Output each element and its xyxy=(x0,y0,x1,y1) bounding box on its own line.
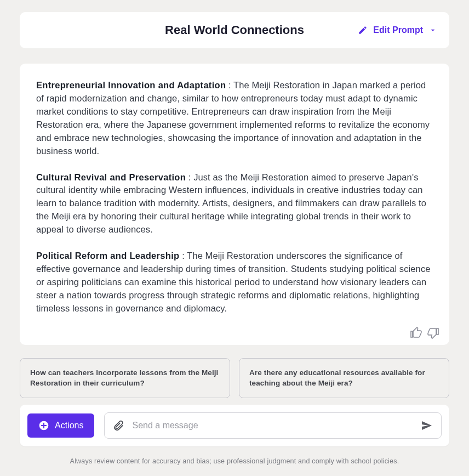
content-card: Entrepreneurial Innovation and Adaptatio… xyxy=(20,64,449,345)
suggestion-button[interactable]: Are there any educational resources avai… xyxy=(239,358,449,398)
attachment-icon[interactable] xyxy=(112,420,124,432)
paragraph-heading: Political Reform and Leadership xyxy=(36,251,179,260)
plus-circle-icon xyxy=(38,420,49,431)
disclaimer-text: Always review content for accuracy and b… xyxy=(0,457,469,465)
paragraph-body: : The Meiji Restoration in Japan marked … xyxy=(36,80,430,156)
suggestion-button[interactable]: How can teachers incorporate lessons fro… xyxy=(20,358,230,398)
send-icon[interactable] xyxy=(420,419,433,432)
pencil-icon xyxy=(358,25,368,35)
thumbs-up-icon[interactable] xyxy=(410,326,423,339)
header-card: Real World Connections Edit Prompt xyxy=(20,12,449,48)
content-paragraph: Political Reform and Leadership : The Me… xyxy=(36,250,433,315)
content-paragraph: Cultural Revival and Preservation : Just… xyxy=(36,171,433,237)
input-bar: Actions xyxy=(20,405,449,446)
actions-button[interactable]: Actions xyxy=(27,413,94,438)
edit-prompt-label: Edit Prompt xyxy=(373,25,423,35)
feedback-controls xyxy=(410,326,439,339)
thumbs-down-icon[interactable] xyxy=(426,326,439,339)
message-input[interactable] xyxy=(132,421,413,430)
message-input-wrap[interactable] xyxy=(104,412,442,439)
chevron-down-icon xyxy=(428,26,437,35)
suggestions-row: How can teachers incorporate lessons fro… xyxy=(20,358,449,398)
paragraph-heading: Cultural Revival and Preservation xyxy=(36,172,186,182)
edit-prompt-button[interactable]: Edit Prompt xyxy=(358,25,437,35)
actions-label: Actions xyxy=(55,421,83,430)
paragraph-heading: Entrepreneurial Innovation and Adaptatio… xyxy=(36,80,226,90)
content-paragraph: Entrepreneurial Innovation and Adaptatio… xyxy=(36,79,433,158)
